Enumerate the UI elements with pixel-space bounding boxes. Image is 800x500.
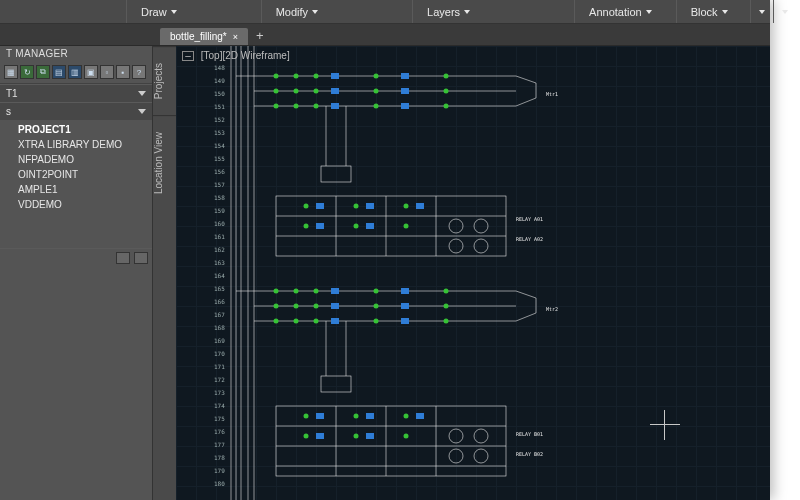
ribbon-group-annotation[interactable]: Annotation	[574, 0, 666, 23]
svg-point-25	[444, 104, 449, 109]
svg-point-90	[474, 449, 488, 463]
ribbon-group-modify[interactable]: Modify	[261, 0, 332, 23]
viewport-label: [Top][2D Wireframe]	[201, 50, 290, 61]
svg-rect-52	[366, 223, 374, 229]
svg-text:Mtr2: Mtr2	[546, 306, 558, 312]
ruler-tick: 164	[214, 272, 225, 279]
ruler-tick: 179	[214, 467, 225, 474]
svg-rect-31	[401, 103, 409, 109]
svg-point-16	[274, 89, 279, 94]
ruler-tick: 173	[214, 389, 225, 396]
svg-rect-29	[401, 73, 409, 79]
svg-point-73	[444, 319, 449, 324]
viewport-control[interactable]: – [Top][2D Wireframe]	[182, 50, 290, 61]
svg-point-59	[274, 289, 279, 294]
svg-point-63	[444, 289, 449, 294]
svg-point-61	[314, 289, 319, 294]
ruler-tick: 171	[214, 363, 225, 370]
svg-point-96	[404, 434, 409, 439]
new-tab-button[interactable]: +	[250, 26, 270, 45]
ribbon-group-extra[interactable]	[773, 0, 796, 23]
ruler-tick: 156	[214, 168, 225, 175]
list-item[interactable]: NFPADEMO	[0, 152, 152, 167]
svg-rect-32	[276, 196, 506, 256]
panel-title: T MANAGER	[0, 46, 152, 63]
svg-text:RELAY A02: RELAY A02	[516, 236, 543, 242]
panel-section-t1[interactable]: T1	[0, 84, 152, 102]
ribbon-group-label: Layers	[427, 6, 460, 18]
svg-point-13	[314, 74, 319, 79]
svg-text:RELAY A01: RELAY A01	[516, 216, 543, 222]
ribbon-group-draw[interactable]: Draw	[126, 0, 191, 23]
schematic-svg: Mtr1 Mtr2 RELAY A01 RELAY A02 RELAY B01 …	[176, 46, 770, 500]
svg-rect-50	[416, 203, 424, 209]
docs-icon[interactable]	[116, 252, 130, 264]
ruler-tick: 149	[214, 77, 225, 84]
drawing-canvas[interactable]: – [Top][2D Wireframe]	[176, 46, 770, 500]
chevron-down-icon	[171, 10, 177, 14]
svg-point-22	[294, 104, 299, 109]
ribbon-group-more[interactable]	[750, 0, 773, 23]
svg-text:RELAY B01: RELAY B01	[516, 431, 543, 437]
rail-location-view[interactable]: Location View	[153, 115, 176, 210]
svg-point-72	[374, 319, 379, 324]
ruler-tick: 152	[214, 116, 225, 123]
new-icon[interactable]: ▦	[4, 65, 18, 79]
svg-rect-78	[401, 303, 409, 309]
svg-point-62	[374, 289, 379, 294]
panel-toolbar: ▦ ↻ ⧉ ▤ ▥ ▣ ▫ ▪ ?	[0, 63, 152, 84]
svg-point-65	[294, 304, 299, 309]
svg-text:Mtr1: Mtr1	[546, 91, 558, 97]
svg-rect-48	[316, 203, 324, 209]
svg-rect-27	[331, 88, 339, 94]
ruler-tick: 169	[214, 337, 225, 344]
ruler-tick: 178	[214, 454, 225, 461]
ribbon-group-block[interactable]: Block	[676, 0, 742, 23]
svg-rect-100	[316, 433, 324, 439]
ribbon-group-layers[interactable]: Layers	[412, 0, 484, 23]
list-item[interactable]: VDDEMO	[0, 197, 152, 212]
filter-icon[interactable]: ▪	[116, 65, 130, 79]
settings-icon[interactable]: ▫	[100, 65, 114, 79]
tab-bottle-filling[interactable]: bottle_filling* ×	[160, 28, 248, 45]
save-icon[interactable]: ▥	[68, 65, 82, 79]
svg-point-88	[474, 429, 488, 443]
svg-point-91	[304, 414, 309, 419]
chevron-down-icon	[722, 10, 728, 14]
svg-rect-58	[321, 376, 351, 392]
chevron-down-icon	[759, 10, 765, 14]
chevron-down-icon	[312, 10, 318, 14]
ruler-tick: 167	[214, 311, 225, 318]
svg-point-66	[314, 304, 319, 309]
close-icon[interactable]: ×	[233, 32, 238, 42]
ruler-tick: 176	[214, 428, 225, 435]
section-label: s	[6, 106, 11, 117]
help-icon[interactable]: ?	[132, 65, 146, 79]
details-icon[interactable]	[134, 252, 148, 264]
ribbon-group-label: Modify	[276, 6, 308, 18]
svg-rect-30	[401, 88, 409, 94]
ruler-tick: 150	[214, 90, 225, 97]
svg-point-42	[304, 204, 309, 209]
properties-icon[interactable]: ▣	[84, 65, 98, 79]
list-item[interactable]: XTRA LIBRARY DEMO	[0, 137, 152, 152]
ruler-tick: 154	[214, 142, 225, 149]
refresh-icon[interactable]: ↻	[20, 65, 34, 79]
svg-rect-77	[401, 288, 409, 294]
svg-point-38	[449, 219, 463, 233]
panel-section-s[interactable]: s	[0, 102, 152, 120]
list-item[interactable]: PROJECT1	[0, 122, 152, 137]
svg-point-45	[304, 224, 309, 229]
folder-icon[interactable]: ⧉	[36, 65, 50, 79]
svg-point-95	[354, 434, 359, 439]
svg-rect-75	[331, 303, 339, 309]
svg-point-93	[404, 414, 409, 419]
rail-projects[interactable]: Projects	[153, 46, 176, 115]
list-item[interactable]: AMPLE1	[0, 182, 152, 197]
svg-point-60	[294, 289, 299, 294]
ruler-tick: 172	[214, 376, 225, 383]
list-item[interactable]: OINT2POINT	[0, 167, 152, 182]
open-icon[interactable]: ▤	[52, 65, 66, 79]
svg-point-21	[274, 104, 279, 109]
minimize-viewport-icon[interactable]: –	[182, 51, 194, 61]
